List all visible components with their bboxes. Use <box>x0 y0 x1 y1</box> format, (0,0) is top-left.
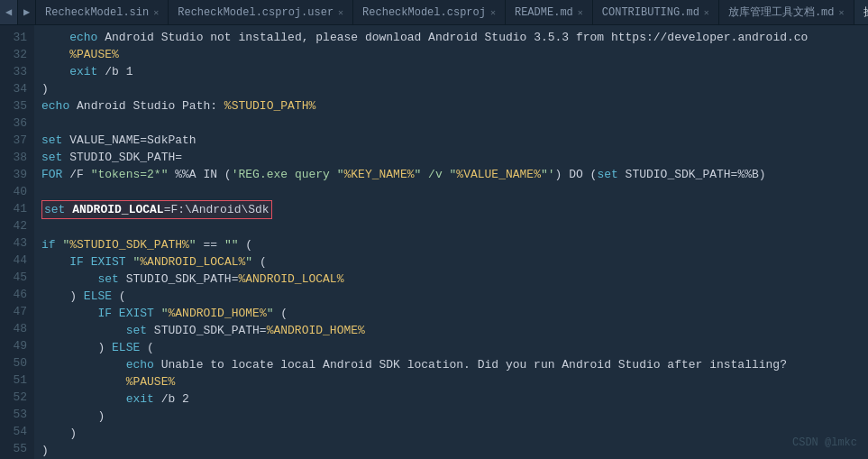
code-line-51: %PAUSE% <box>41 373 861 390</box>
tab-close[interactable]: ✕ <box>838 7 844 18</box>
line-num-38: 38 <box>4 149 27 166</box>
code-content[interactable]: echo Android Studio not installed, pleas… <box>34 25 868 459</box>
code-line-54: ) <box>41 425 861 442</box>
tab-label: RecheckModel.csproj.user <box>178 6 333 19</box>
watermark: CSDN @lmkc <box>792 435 857 452</box>
code-line-55: ) <box>41 442 861 459</box>
tab-close[interactable]: ✕ <box>153 7 159 18</box>
tab-close[interactable]: ✕ <box>490 7 496 18</box>
line-num-51: 51 <box>4 372 27 389</box>
line-num-39: 39 <box>4 166 27 183</box>
code-line-53: ) <box>41 408 861 425</box>
line-num-47: 47 <box>4 303 27 320</box>
line-num-32: 32 <box>4 46 27 63</box>
line-num-43: 43 <box>4 234 27 252</box>
tab-label: 放库管理工具文档.md <box>728 5 835 20</box>
line-num-36: 36 <box>4 115 27 132</box>
code-line-41: set ANDROID_LOCAL=F:\Android\Sdk <box>41 200 861 219</box>
code-line-36 <box>41 115 861 132</box>
line-num-37: 37 <box>4 132 27 149</box>
code-line-40 <box>41 183 861 200</box>
tab-label: RecheckModel.csproj <box>362 6 486 19</box>
line-num-50: 50 <box>4 354 27 372</box>
code-line-44: IF EXIST "%ANDROID_LOCAL%" ( <box>41 253 861 271</box>
line-num-46: 46 <box>4 286 27 303</box>
line-num-54: 54 <box>4 423 27 440</box>
tab-caozuo[interactable]: 操作手.md ✕ <box>854 0 868 24</box>
line-num-34: 34 <box>4 80 27 97</box>
code-line-52: exit /b 2 <box>41 390 861 408</box>
line-num-55: 55 <box>4 440 27 457</box>
code-line-34: ) <box>41 80 861 97</box>
code-line-37: set VALUE_NAME=SdkPath <box>41 132 861 149</box>
tab-recheckmodel-sin[interactable]: RecheckModel.sin ✕ <box>36 0 169 24</box>
tab-recheckmodel-csproj[interactable]: RecheckModel.csproj ✕ <box>353 0 506 24</box>
tab-label: CONTRIBUTING.md <box>602 6 699 19</box>
line-num-48: 48 <box>4 320 27 337</box>
line-numbers: 31 32 33 34 35 36 37 38 39 40 41 42 43 4… <box>0 25 34 459</box>
code-line-42 <box>41 219 861 236</box>
tab-readme[interactable]: README.md ✕ <box>506 0 593 24</box>
code-line-43: if "%STUDIO_SDK_PATH%" == "" ( <box>41 236 861 253</box>
tab-close[interactable]: ✕ <box>338 7 343 18</box>
tab-close[interactable]: ✕ <box>578 7 583 18</box>
editor-area: 31 32 33 34 35 36 37 38 39 40 41 42 43 4… <box>0 25 868 459</box>
line-num-33: 33 <box>4 63 27 80</box>
code-line-38: set STUDIO_SDK_PATH= <box>41 149 861 166</box>
tab-fangku[interactable]: 放库管理工具文档.md ✕ <box>719 0 854 24</box>
line-num-40: 40 <box>4 183 27 200</box>
line-num-53: 53 <box>4 406 27 423</box>
code-line-33: exit /b 1 <box>41 63 861 80</box>
line-num-49: 49 <box>4 337 27 354</box>
code-line-47: IF EXIST "%ANDROID_HOME%" ( <box>41 305 861 322</box>
tab-label: RecheckModel.sin <box>45 6 149 19</box>
line-num-41: 41 <box>4 200 27 217</box>
tab-contributing[interactable]: CONTRIBUTING.md ✕ <box>593 0 719 24</box>
line-num-42: 42 <box>4 217 27 234</box>
code-line-48: set STUDIO_SDK_PATH=%ANDROID_HOME% <box>41 322 861 339</box>
code-line-50: echo Unable to locate local Android SDK … <box>41 356 861 373</box>
tab-bar: ◀ ▶ RecheckModel.sin ✕ RecheckModel.cspr… <box>0 0 868 25</box>
code-line-45: set STUDIO_SDK_PATH=%ANDROID_LOCAL% <box>41 271 861 288</box>
code-line-32: %PAUSE% <box>41 46 861 63</box>
code-line-35: echo Android Studio Path: %STUDIO_PATH% <box>41 97 861 115</box>
code-line-31: echo Android Studio not installed, pleas… <box>41 29 861 46</box>
line-num-31: 31 <box>4 29 27 46</box>
line-num-44: 44 <box>4 252 27 269</box>
line-num-52: 52 <box>4 389 27 406</box>
tab-label: 操作手.md <box>863 5 868 20</box>
tab-close[interactable]: ✕ <box>704 7 709 18</box>
tab-recheckmodel-csproj-user[interactable]: RecheckModel.csproj.user ✕ <box>169 0 353 24</box>
code-line-49: ) ELSE ( <box>41 339 861 356</box>
line-num-45: 45 <box>4 269 27 286</box>
line-num-35: 35 <box>4 97 27 115</box>
code-line-39: FOR /F "tokens=2*" %%A IN ('REG.exe quer… <box>41 166 861 183</box>
code-line-46: ) ELSE ( <box>41 288 861 305</box>
tab-prev-btn[interactable]: ◀ <box>0 0 18 24</box>
tab-label: README.md <box>515 6 573 19</box>
tab-next-btn[interactable]: ▶ <box>18 0 36 24</box>
